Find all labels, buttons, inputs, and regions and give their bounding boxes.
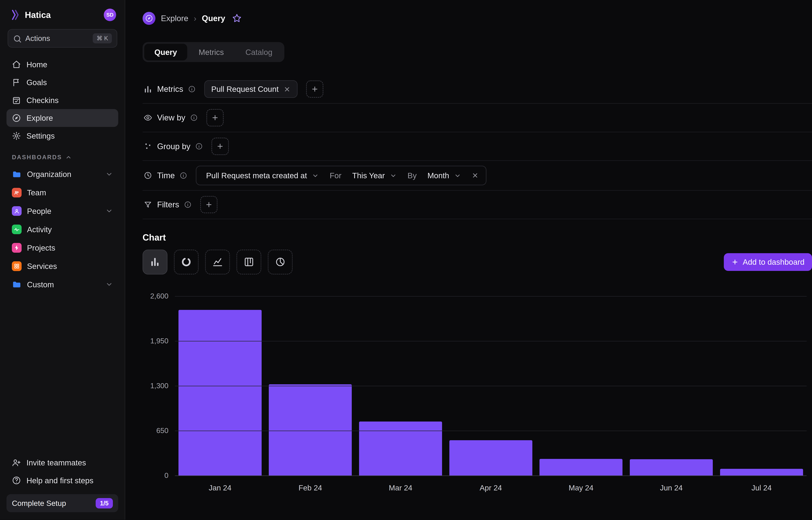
actions-search[interactable]: Actions ⌘ K <box>8 29 117 48</box>
dashboards-section-header[interactable]: DASHBOARDS <box>6 145 118 164</box>
y-axis-label: 650 <box>143 426 169 435</box>
time-range-select[interactable]: This Year <box>346 166 403 185</box>
x-axis-label: Mar 24 <box>356 484 446 492</box>
complete-setup[interactable]: Complete Setup 1/5 <box>6 494 118 512</box>
tab-query[interactable]: Query <box>144 44 188 60</box>
gear-icon <box>12 131 21 140</box>
time-granularity-value: Month <box>427 171 449 180</box>
sidebar-item-custom[interactable]: Custom <box>6 275 118 294</box>
sidebar-item-organization[interactable]: Organization <box>6 165 118 183</box>
add-view-by-button[interactable] <box>206 109 224 126</box>
x-axis-label: Apr 24 <box>446 484 536 492</box>
activity-icon <box>12 225 22 234</box>
add-filter-button[interactable] <box>200 196 218 213</box>
metric-chip-label: Pull Request Count <box>211 84 279 94</box>
add-to-dashboard-button[interactable]: Add to dashboard <box>724 253 812 271</box>
clock-icon <box>144 171 152 180</box>
tab-catalog[interactable]: Catalog <box>235 44 283 60</box>
tab-metrics[interactable]: Metrics <box>188 44 234 60</box>
favorite-star-icon[interactable] <box>232 13 242 23</box>
invite-teammates-link[interactable]: Invite teammates <box>6 454 118 472</box>
grid-icon <box>12 261 22 271</box>
breadcrumb: Explore › Query <box>143 12 812 25</box>
filters-label-group: Filters <box>144 200 192 209</box>
explore-compass-icon <box>143 12 156 25</box>
sidebar-item-checkins[interactable]: Checkins <box>6 91 118 109</box>
breadcrumb-query: Query <box>202 14 225 23</box>
sidebar-item-label: Checkins <box>26 96 59 105</box>
chevron-right-icon: › <box>194 14 196 23</box>
dashboards-title: DASHBOARDS <box>12 154 62 161</box>
add-metric-button[interactable] <box>306 80 323 98</box>
app-title: Hatica <box>25 10 51 20</box>
time-remove-icon[interactable] <box>468 168 483 183</box>
pie-chart-button[interactable] <box>268 250 292 275</box>
chevron-down-icon <box>105 281 113 288</box>
app-root: Hatica SD Actions ⌘ K HomeGoalsCheckinsE… <box>0 0 812 520</box>
close-icon[interactable] <box>284 86 290 93</box>
sidebar-item-goals[interactable]: Goals <box>6 74 118 91</box>
sidebar-item-label: Custom <box>27 280 54 289</box>
time-granularity-select[interactable]: Month <box>421 166 468 185</box>
x-axis-label: Jan 24 <box>175 484 265 492</box>
sidebar-item-people[interactable]: People <box>6 202 118 220</box>
bar-jan-24 <box>178 310 261 475</box>
bar-apr-24 <box>449 440 532 475</box>
gridline <box>175 296 807 296</box>
donut-chart-button[interactable] <box>174 250 199 275</box>
footer-item-label: Help and first steps <box>26 476 93 485</box>
sidebar-item-projects[interactable]: Projects <box>6 238 118 257</box>
bar-may-24 <box>539 459 622 475</box>
sidebar-item-label: Settings <box>26 131 55 140</box>
sidebar: Hatica SD Actions ⌘ K HomeGoalsCheckinsE… <box>0 0 125 520</box>
y-axis-label: 0 <box>143 471 169 480</box>
stacked-bar-chart-button[interactable] <box>236 250 261 275</box>
chart-section-title: Chart <box>143 232 812 243</box>
sidebar-item-label: People <box>27 207 51 216</box>
filters-label: Filters <box>157 200 179 209</box>
search-icon <box>13 34 21 43</box>
bar-chart-button[interactable] <box>143 250 167 275</box>
sidebar-item-label: Services <box>27 262 57 271</box>
time-field-select[interactable]: Pull Request meta created at <box>200 166 325 185</box>
sidebar-item-team[interactable]: Team <box>6 183 118 202</box>
help-and-first-steps-link[interactable]: Help and first steps <box>6 472 118 490</box>
tab-bar: QueryMetricsCatalog <box>143 42 284 62</box>
chevron-down-icon <box>105 171 113 178</box>
gridline <box>175 431 807 431</box>
time-label: Time <box>157 171 175 180</box>
time-by-label: By <box>403 171 421 180</box>
sidebar-item-home[interactable]: Home <box>6 56 118 74</box>
bar-chart: 06501,3001,9502,600 <box>143 296 812 475</box>
view-by-label: View by <box>157 113 185 122</box>
dashboards-list: OrganizationTeamPeopleActivityProjectsSe… <box>6 165 118 294</box>
metric-chip[interactable]: Pull Request Count <box>204 80 298 98</box>
flag-icon <box>12 78 21 87</box>
metrics-chips: Pull Request Count <box>204 80 298 98</box>
add-group-by-button[interactable] <box>212 138 229 155</box>
line-chart-icon <box>212 256 223 268</box>
chevron-down-icon <box>390 172 397 179</box>
help-icon <box>12 476 21 485</box>
home-icon <box>12 60 21 69</box>
sidebar-item-label: Home <box>26 60 48 69</box>
bar-chart-icon <box>149 256 161 268</box>
chevron-up-icon <box>65 154 72 160</box>
info-icon <box>179 172 187 179</box>
sidebar-item-activity[interactable]: Activity <box>6 220 118 238</box>
sidebar-item-settings[interactable]: Settings <box>6 127 118 145</box>
breadcrumb-explore[interactable]: Explore <box>161 14 188 23</box>
pie-chart-icon <box>275 256 286 268</box>
avatar[interactable]: SD <box>104 9 116 21</box>
sidebar-item-explore[interactable]: Explore <box>6 109 118 127</box>
x-axis-label: Jul 24 <box>716 484 807 492</box>
hatica-logo-icon <box>9 9 21 21</box>
chart-type-buttons <box>143 250 292 275</box>
footer-item-label: Invite teammates <box>26 458 86 467</box>
sidebar-header: Hatica SD <box>6 8 118 24</box>
chevron-down-icon <box>454 172 461 179</box>
add-to-dashboard-label: Add to dashboard <box>743 257 804 266</box>
line-chart-button[interactable] <box>205 250 230 275</box>
sidebar-item-label: Team <box>27 188 46 197</box>
sidebar-item-services[interactable]: Services <box>6 257 118 275</box>
